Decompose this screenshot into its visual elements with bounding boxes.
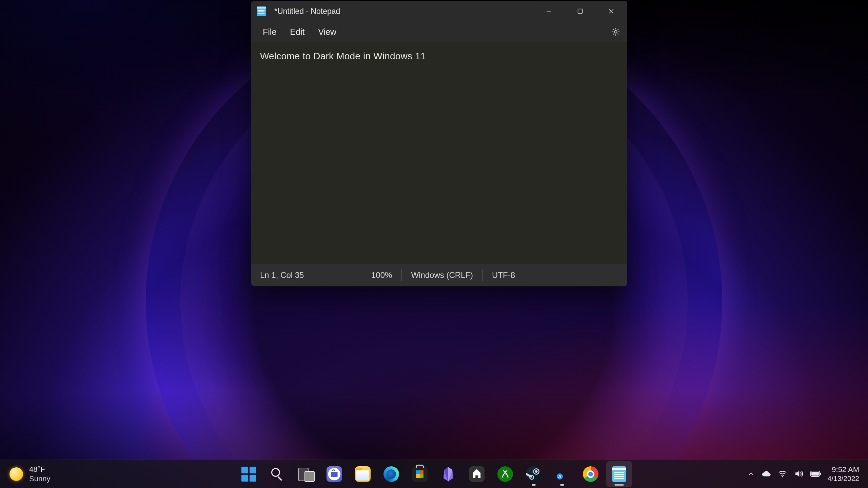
settings-button[interactable] bbox=[608, 24, 624, 40]
network-tray-icon[interactable] bbox=[777, 469, 788, 479]
svg-rect-12 bbox=[820, 473, 821, 475]
svg-point-4 bbox=[614, 30, 617, 33]
clock-time: 9:52 AM bbox=[828, 465, 859, 474]
window-title: *Untitled - Notepad bbox=[274, 7, 533, 16]
microsoft-store-app[interactable] bbox=[407, 461, 433, 487]
status-zoom[interactable]: 100% bbox=[362, 270, 401, 280]
weather-widget[interactable]: 48°F Sunny bbox=[0, 465, 60, 483]
svg-rect-6 bbox=[331, 471, 338, 477]
cloud-icon bbox=[761, 469, 771, 479]
status-bar: Ln 1, Col 35 100% Windows (CRLF) UTF-8 bbox=[251, 264, 627, 286]
obsidian-app[interactable] bbox=[435, 461, 461, 487]
maximize-button[interactable] bbox=[565, 1, 596, 21]
xbox-app[interactable] bbox=[492, 461, 518, 487]
menubar: File Edit View bbox=[251, 21, 627, 42]
taskbar-pinned-apps: A bbox=[236, 461, 632, 487]
steam-app[interactable] bbox=[521, 461, 547, 487]
menu-edit[interactable]: Edit bbox=[283, 24, 311, 40]
chat-app[interactable] bbox=[321, 461, 347, 487]
task-view-button[interactable] bbox=[293, 461, 319, 487]
chrome-app[interactable] bbox=[578, 461, 604, 487]
show-hidden-icons[interactable] bbox=[747, 470, 755, 478]
weather-temp: 48°F bbox=[29, 465, 50, 474]
close-button[interactable] bbox=[596, 1, 627, 21]
notification-badge: A bbox=[556, 473, 564, 480]
svg-rect-1 bbox=[578, 9, 583, 14]
status-position: Ln 1, Col 35 bbox=[260, 270, 362, 280]
status-line-ending[interactable]: Windows (CRLF) bbox=[401, 270, 482, 280]
speaker-icon bbox=[794, 469, 804, 479]
text-cursor bbox=[426, 50, 426, 62]
svg-rect-13 bbox=[811, 472, 819, 476]
menu-view[interactable]: View bbox=[311, 24, 343, 40]
minimize-button[interactable] bbox=[533, 1, 565, 21]
onedrive-tray-icon[interactable] bbox=[761, 469, 771, 479]
file-explorer-app[interactable] bbox=[350, 461, 376, 487]
clock[interactable]: 9:52 AM 4/13/2022 bbox=[828, 465, 863, 483]
aseprite-app[interactable] bbox=[464, 461, 490, 487]
weather-condition: Sunny bbox=[29, 474, 50, 483]
titlebar[interactable]: *Untitled - Notepad bbox=[251, 1, 627, 21]
wifi-icon bbox=[777, 469, 788, 479]
edge-app[interactable] bbox=[378, 461, 404, 487]
clock-date: 4/13/2022 bbox=[828, 474, 859, 483]
chevron-up-icon bbox=[747, 470, 755, 478]
svg-point-10 bbox=[782, 476, 783, 477]
notepad-app-icon bbox=[257, 6, 266, 16]
editor-content: Welcome to Dark Mode in Windows 11 bbox=[260, 51, 426, 61]
svg-point-8 bbox=[535, 470, 538, 473]
notepad-window: *Untitled - Notepad File Edit View Welco… bbox=[251, 1, 627, 286]
search-button[interactable] bbox=[264, 461, 290, 487]
battery-tray-icon[interactable] bbox=[810, 470, 822, 477]
notepad-taskbar-button[interactable] bbox=[606, 461, 632, 487]
sun-icon bbox=[9, 467, 23, 481]
volume-tray-icon[interactable] bbox=[794, 469, 804, 479]
menu-file[interactable]: File bbox=[256, 24, 283, 40]
battery-icon bbox=[810, 470, 822, 477]
start-button[interactable] bbox=[236, 461, 262, 487]
status-encoding[interactable]: UTF-8 bbox=[482, 270, 525, 280]
taskbar: 48°F Sunny A bbox=[0, 460, 868, 488]
text-editor[interactable]: Welcome to Dark Mode in Windows 11 bbox=[251, 42, 627, 264]
whats-new-app[interactable]: A bbox=[549, 461, 575, 487]
